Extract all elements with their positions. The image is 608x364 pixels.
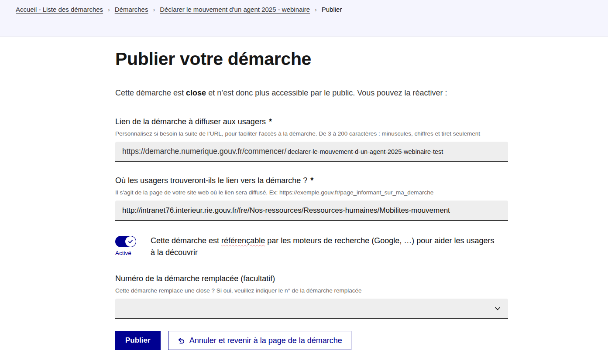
seo-toggle-column: Activé [115,235,151,256]
chevron-down-icon [494,305,501,312]
main-content: Publier votre démarche Cette démarche es… [115,48,508,350]
breadcrumb-separator-icon: › [315,6,317,13]
publish-button[interactable]: Publier [115,331,161,350]
status-intro-text: Cette démarche est close et n’est donc p… [115,88,508,98]
cancel-button-label: Annuler et revenir à la page de la démar… [189,336,342,345]
seo-toggle-switch[interactable] [115,236,136,247]
action-buttons: Publier Annuler et revenir à la page de … [115,331,508,350]
intro-part2: et n’est donc plus accessible par le pub… [206,88,447,97]
breadcrumb-separator-icon: › [153,6,155,13]
link-field-label: Lien de la démarche à diffuser aux usage… [115,116,508,127]
page-title: Publier votre démarche [115,48,508,69]
link-field-input-wrapper: https://demarche.numerique.gouv.fr/comme… [115,142,508,162]
breadcrumb-link-demarche-name[interactable]: Déclarer le mouvement d'un agent 2025 - … [160,6,310,13]
replaced-field-hint: Cette démarche remplace une close ? Si o… [115,287,508,294]
undo-arrow-icon [177,337,185,345]
seo-toggle-label[interactable]: Cette démarche est référençable par les … [151,235,495,259]
source-url-input[interactable] [115,201,508,221]
toggle-state-label: Activé [115,250,151,256]
replaced-number-select[interactable] [115,299,508,319]
seo-label-misspelled-word: référençable [221,236,265,245]
breadcrumb-link-demarches[interactable]: Démarches [115,6,148,13]
intro-part1: Cette démarche est [115,88,186,97]
breadcrumb-separator-icon: › [108,6,110,13]
source-field-label-text: Où les usagers trouveront-ils le lien ve… [115,176,307,185]
link-slug-input[interactable] [286,148,501,155]
replaced-field-group: Numéro de la démarche remplacée (faculta… [115,273,508,319]
replaced-field-label: Numéro de la démarche remplacée (faculta… [115,273,508,284]
source-field-group: Où les usagers trouveront-ils le lien ve… [115,175,508,221]
required-asterisk: * [310,176,313,185]
seo-toggle-row: Activé Cette démarche est référençable p… [115,235,508,259]
check-icon [127,238,134,245]
breadcrumb-current-publier: Publier [322,6,342,13]
cancel-button[interactable]: Annuler et revenir à la page de la démar… [168,331,351,350]
source-field-label: Où les usagers trouveront-ils le lien ve… [115,175,508,186]
status-close-word: close [186,88,206,97]
seo-label-part1: Cette démarche est [151,236,221,245]
toggle-knob [125,236,136,247]
link-field-group: Lien de la démarche à diffuser aux usage… [115,116,508,162]
source-field-hint: Il s'agit de la page de votre site web o… [115,189,508,196]
link-field-hint: Personnalisez si besoin la suite de l’UR… [115,130,508,137]
breadcrumb-link-accueil[interactable]: Accueil - Liste des démarches [16,6,103,13]
breadcrumb: Accueil - Liste des démarches › Démarche… [0,0,608,13]
required-asterisk: * [269,117,272,126]
url-prefix: https://demarche.numerique.gouv.fr/comme… [122,147,286,156]
breadcrumb-band: Accueil - Liste des démarches › Démarche… [0,0,608,37]
link-field-label-text: Lien de la démarche à diffuser aux usage… [115,117,266,126]
